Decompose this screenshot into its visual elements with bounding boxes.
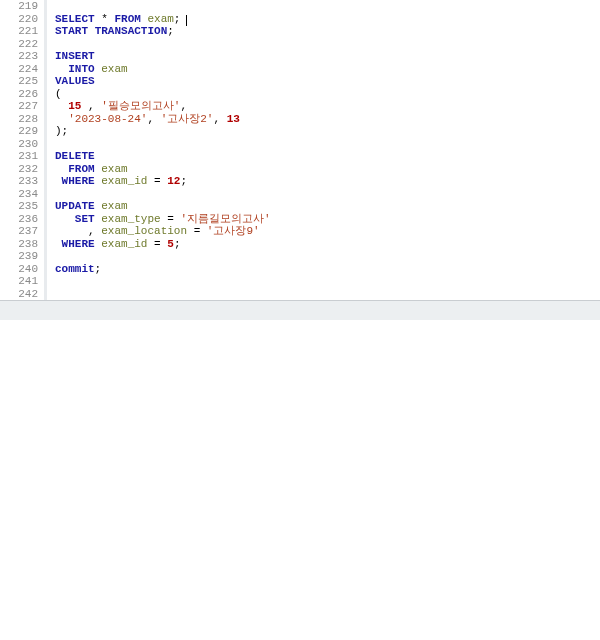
code-token: , [213, 113, 226, 125]
line-number: 234 [0, 188, 38, 201]
code-line[interactable]: ); [55, 125, 600, 138]
code-line[interactable]: commit; [55, 263, 600, 276]
code-token: , [81, 100, 101, 112]
code-line[interactable] [55, 0, 600, 13]
code-token: , [180, 100, 187, 112]
code-line[interactable]: WHERE exam_id = 5; [55, 238, 600, 251]
code-token [55, 175, 62, 187]
code-token: exam_type [101, 213, 160, 225]
code-token: ; [180, 175, 187, 187]
code-line[interactable] [55, 250, 600, 263]
code-token: ( [55, 88, 62, 100]
line-number: 225 [0, 75, 38, 88]
code-token [55, 63, 68, 75]
code-area[interactable]: SELECT * FROM exam;START TRANSACTION; IN… [44, 0, 600, 300]
code-line[interactable] [55, 38, 600, 51]
code-token: ); [55, 125, 68, 137]
line-number: 236 [0, 213, 38, 226]
results-panel [0, 320, 600, 640]
code-token: FROM [68, 163, 94, 175]
code-token: commit [55, 263, 95, 275]
line-number: 222 [0, 38, 38, 51]
code-token: exam_location [101, 225, 187, 237]
code-line[interactable]: WHERE exam_id = 12; [55, 175, 600, 188]
code-line[interactable]: 15 , '필승모의고사', [55, 100, 600, 113]
code-token: '2023-08-24' [68, 113, 147, 125]
line-number: 228 [0, 113, 38, 126]
line-number: 240 [0, 263, 38, 276]
code-token: '고사장2' [161, 113, 214, 125]
code-token: , [147, 113, 160, 125]
code-token: = [147, 238, 167, 250]
line-number: 219 [0, 0, 38, 13]
code-line[interactable]: DELETE [55, 150, 600, 163]
code-token: '고사장9' [207, 225, 260, 237]
code-token: exam [147, 13, 173, 25]
code-line[interactable]: INSERT [55, 50, 600, 63]
line-number: 224 [0, 63, 38, 76]
code-line[interactable] [55, 288, 600, 301]
code-token: , [55, 225, 101, 237]
code-token: INSERT [55, 50, 95, 62]
code-token: WHERE [62, 175, 95, 187]
code-token: START [55, 25, 88, 37]
code-line[interactable]: START TRANSACTION; [55, 25, 600, 38]
code-line[interactable]: INTO exam [55, 63, 600, 76]
code-token [55, 213, 75, 225]
code-token: ; [174, 13, 181, 25]
code-token [55, 113, 68, 125]
code-token: = [187, 225, 207, 237]
line-number: 242 [0, 288, 38, 301]
panel-divider[interactable] [0, 300, 600, 322]
code-line[interactable]: SELECT * FROM exam; [55, 13, 600, 26]
code-token: exam [101, 63, 127, 75]
line-number: 237 [0, 225, 38, 238]
code-token: '필승모의고사' [101, 100, 180, 112]
code-token [55, 238, 62, 250]
code-editor[interactable]: 2192202212222232242252262272282292302312… [0, 0, 600, 300]
code-line[interactable]: UPDATE exam [55, 200, 600, 213]
text-cursor [186, 15, 187, 26]
code-token: ; [174, 238, 181, 250]
code-token: exam_id [101, 175, 147, 187]
line-number-gutter: 2192202212222232242252262272282292302312… [0, 0, 44, 300]
code-line[interactable]: ( [55, 88, 600, 101]
code-token: UPDATE [55, 200, 95, 212]
code-token: DELETE [55, 150, 95, 162]
code-token: WHERE [62, 238, 95, 250]
code-token: = [147, 175, 167, 187]
code-token: SET [75, 213, 95, 225]
line-number: 239 [0, 250, 38, 263]
code-token: exam [101, 163, 127, 175]
code-token: * [101, 13, 108, 25]
code-token: VALUES [55, 75, 95, 87]
line-number: 232 [0, 163, 38, 176]
line-number: 229 [0, 125, 38, 138]
code-line[interactable] [55, 138, 600, 151]
code-token: 5 [167, 238, 174, 250]
line-number: 230 [0, 138, 38, 151]
code-token: SELECT [55, 13, 95, 25]
code-line[interactable]: , exam_location = '고사장9' [55, 225, 600, 238]
code-token: '지름길모의고사' [180, 213, 270, 225]
line-number: 221 [0, 25, 38, 38]
code-line[interactable]: FROM exam [55, 163, 600, 176]
code-line[interactable] [55, 188, 600, 201]
code-token [55, 163, 68, 175]
line-number: 231 [0, 150, 38, 163]
code-line[interactable] [55, 275, 600, 288]
line-number: 226 [0, 88, 38, 101]
line-number: 233 [0, 175, 38, 188]
code-token: FROM [114, 13, 140, 25]
code-token: = [161, 213, 181, 225]
code-line[interactable]: VALUES [55, 75, 600, 88]
code-token: ; [167, 25, 174, 37]
code-token [55, 100, 68, 112]
line-number: 220 [0, 13, 38, 26]
line-number: 238 [0, 238, 38, 251]
code-token: exam [101, 200, 127, 212]
code-token [88, 25, 95, 37]
code-line[interactable]: '2023-08-24', '고사장2', 13 [55, 113, 600, 126]
code-line[interactable]: SET exam_type = '지름길모의고사' [55, 213, 600, 226]
line-number: 223 [0, 50, 38, 63]
